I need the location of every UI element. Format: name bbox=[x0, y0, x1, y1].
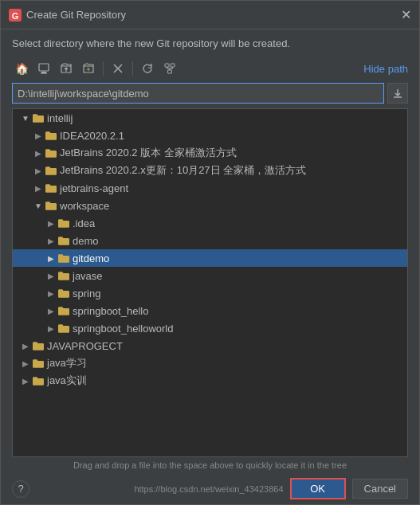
folder-icon-spring bbox=[57, 287, 70, 299]
bottom-bar: ? https://blog.csdn.net/weixin_43423864 … bbox=[1, 473, 419, 504]
chevron-gitdemo: ▶ bbox=[45, 252, 57, 264]
chevron-java-training: ▶ bbox=[19, 374, 32, 387]
tree-item-jetbrains-agent[interactable]: ▶ jetbrains-agent bbox=[13, 179, 407, 197]
tree-item-jetbrains-agent-label: jetbrains-agent bbox=[60, 182, 128, 194]
folder-up-button[interactable] bbox=[57, 59, 76, 78]
chevron-springboot-helloworld: ▶ bbox=[45, 322, 57, 335]
help-button[interactable]: ? bbox=[12, 480, 29, 498]
tree-item-jetbrains2[interactable]: ▶ JetBrains 2020.2.x更新：10月27日 全家桶，激活方式 bbox=[13, 162, 407, 179]
chevron-idea: ▶ bbox=[45, 217, 57, 229]
tree-item-java-training[interactable]: ▶ java实训 bbox=[13, 372, 407, 390]
path-input[interactable] bbox=[12, 83, 384, 104]
bottom-right: https://blog.csdn.net/weixin_43423864 OK… bbox=[134, 478, 408, 499]
chevron-workspace: ▼ bbox=[32, 199, 45, 212]
chevron-java-study: ▶ bbox=[19, 357, 32, 370]
refresh-button[interactable] bbox=[138, 59, 157, 78]
folder-icon-idea2020 bbox=[45, 129, 57, 142]
folder-icon-springboot-helloworld bbox=[57, 322, 70, 335]
new-folder-button[interactable] bbox=[79, 59, 98, 78]
hide-path-button[interactable]: Hide path bbox=[363, 63, 408, 75]
close-button[interactable]: ✕ bbox=[401, 7, 411, 22]
folder-icon-workspace bbox=[45, 199, 57, 212]
tree-item-workspace[interactable]: ▼ workspace bbox=[13, 197, 407, 214]
tree-item-idea-label: .idea bbox=[73, 217, 95, 229]
title-bar-left: G Create Git Repository bbox=[9, 9, 126, 22]
tree-item-java-study-label: java学习 bbox=[47, 356, 87, 370]
description-text: Select directory where the new Git repos… bbox=[1, 29, 419, 56]
main-window: G Create Git Repository ✕ Select directo… bbox=[0, 0, 420, 505]
desktop-button[interactable] bbox=[34, 59, 53, 78]
toolbar: 🏠 bbox=[1, 56, 419, 81]
folder-icon-springboot-hello bbox=[57, 304, 70, 317]
git-icon: G bbox=[9, 9, 22, 22]
svg-text:G: G bbox=[12, 11, 19, 21]
toolbar-separator-2 bbox=[132, 61, 133, 76]
title-bar: G Create Git Repository ✕ bbox=[1, 1, 419, 29]
folder-icon-demo bbox=[57, 234, 70, 247]
folder-icon-java-training bbox=[32, 374, 45, 387]
path-confirm-button[interactable] bbox=[387, 83, 408, 104]
chevron-javase: ▶ bbox=[45, 269, 57, 282]
svg-rect-9 bbox=[168, 70, 172, 73]
folder-icon-intellij bbox=[32, 112, 45, 124]
chevron-jetbrains2: ▶ bbox=[32, 164, 45, 177]
folder-icon-javase bbox=[57, 269, 70, 282]
window-title: Create Git Repository bbox=[26, 9, 126, 21]
chevron-spring: ▶ bbox=[45, 287, 57, 299]
tree-item-gitdemo-label: gitdemo bbox=[73, 252, 109, 264]
delete-button[interactable] bbox=[108, 59, 128, 78]
tree-item-springboot-hello-label: springboot_hello bbox=[73, 305, 148, 317]
tree-item-java-study[interactable]: ▶ java学习 bbox=[13, 354, 407, 372]
tree-item-springboot-hello[interactable]: ▶ springboot_hello bbox=[13, 302, 407, 319]
folder-icon-gitdemo bbox=[57, 252, 70, 264]
tree-item-javase[interactable]: ▶ javase bbox=[13, 267, 407, 284]
tree-item-springboot-helloworld[interactable]: ▶ springboot_helloworld bbox=[13, 319, 407, 337]
tree-item-intellij[interactable]: ▼ intellij bbox=[13, 109, 407, 127]
svg-rect-7 bbox=[165, 64, 169, 67]
tree-item-springboot-helloworld-label: springboot_helloworld bbox=[73, 323, 173, 335]
toolbar-separator-1 bbox=[103, 61, 104, 76]
folder-icon-javaprogect bbox=[32, 339, 45, 352]
home-button[interactable]: 🏠 bbox=[12, 59, 31, 78]
chevron-intellij: ▼ bbox=[19, 112, 32, 124]
tree-item-jetbrains2-label: JetBrains 2020.2.x更新：10月27日 全家桶，激活方式 bbox=[60, 163, 306, 178]
tree-item-java-training-label: java实训 bbox=[47, 374, 87, 388]
tree-item-jetbrains1[interactable]: ▶ JetBrains 2020.2 版本 全家桶激活方式 bbox=[13, 144, 407, 162]
path-row bbox=[1, 81, 419, 108]
file-tree[interactable]: ▼ intellij ▶ IDEA2020.2.1 ▶ bbox=[12, 108, 408, 457]
tree-item-gitdemo[interactable]: ▶ gitdemo bbox=[13, 249, 407, 267]
chevron-springboot-hello: ▶ bbox=[45, 304, 57, 317]
folder-icon-jetbrains2 bbox=[45, 164, 57, 177]
chevron-idea2020: ▶ bbox=[32, 129, 45, 142]
drag-hint-text: Drag and drop a file into the space abov… bbox=[1, 457, 419, 473]
tree-item-javase-label: javase bbox=[73, 270, 103, 282]
folder-icon-idea bbox=[57, 217, 70, 229]
folder-icon-java-study bbox=[32, 357, 45, 370]
chevron-jetbrains1: ▶ bbox=[32, 147, 45, 159]
folder-icon-jetbrains-agent bbox=[45, 182, 57, 194]
chevron-demo: ▶ bbox=[45, 234, 57, 247]
folder-icon-jetbrains1 bbox=[45, 147, 57, 159]
tree-item-spring-label: spring bbox=[73, 288, 100, 299]
chevron-jetbrains-agent: ▶ bbox=[32, 182, 45, 194]
svg-rect-8 bbox=[171, 64, 175, 67]
tree-item-javaprogect-label: JAVAPROGECT bbox=[47, 340, 123, 352]
tree-item-idea2020[interactable]: ▶ IDEA2020.2.1 bbox=[13, 127, 407, 144]
tree-item-javaprogect[interactable]: ▶ JAVAPROGECT bbox=[13, 337, 407, 354]
tree-item-workspace-label: workspace bbox=[60, 200, 109, 212]
network-button[interactable] bbox=[160, 59, 179, 78]
svg-rect-2 bbox=[39, 64, 49, 71]
ok-button[interactable]: OK bbox=[290, 478, 346, 499]
chevron-javaprogect: ▶ bbox=[19, 339, 32, 352]
url-text: https://blog.csdn.net/weixin_43423864 bbox=[134, 484, 283, 494]
tree-item-demo[interactable]: ▶ demo bbox=[13, 232, 407, 249]
tree-item-jetbrains1-label: JetBrains 2020.2 版本 全家桶激活方式 bbox=[60, 146, 237, 160]
tree-item-spring[interactable]: ▶ spring bbox=[13, 284, 407, 302]
cancel-button[interactable]: Cancel bbox=[352, 479, 408, 499]
tree-item-idea[interactable]: ▶ .idea bbox=[13, 214, 407, 232]
tree-item-idea2020-label: IDEA2020.2.1 bbox=[60, 130, 124, 142]
tree-item-intellij-label: intellij bbox=[47, 112, 73, 124]
tree-item-demo-label: demo bbox=[73, 235, 99, 247]
